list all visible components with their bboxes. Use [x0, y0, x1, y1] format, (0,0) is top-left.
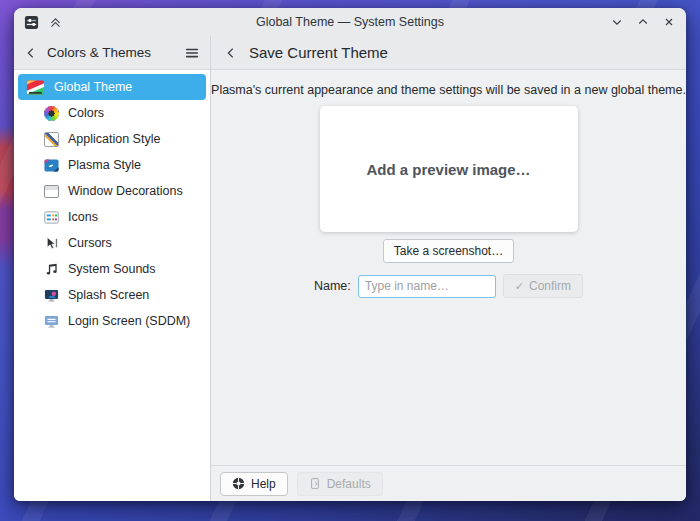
sidebar: Colors & Themes Global Theme Colors: [14, 36, 211, 501]
sidebar-item-application-style[interactable]: Application Style: [18, 126, 206, 152]
help-button-label: Help: [251, 477, 276, 491]
description-text: Plasma's current appearance and theme se…: [211, 83, 686, 97]
close-button[interactable]: [662, 15, 676, 29]
sidebar-item-label: Plasma Style: [68, 158, 141, 172]
login-screen-icon: [44, 312, 59, 331]
sidebar-back-icon[interactable]: [24, 46, 38, 60]
sidebar-title: Colors & Themes: [47, 45, 151, 60]
theme-name-input[interactable]: [358, 275, 496, 298]
sidebar-item-label: Application Style: [68, 132, 160, 146]
help-icon: [232, 477, 245, 490]
app-icon: [24, 15, 39, 30]
footer: Help Defaults: [211, 465, 686, 501]
colors-icon: [44, 104, 59, 123]
minimize-button[interactable]: [610, 15, 624, 29]
sidebar-item-global-theme[interactable]: Global Theme: [18, 74, 206, 100]
sidebar-item-label: Window Decorations: [68, 184, 183, 198]
system-settings-window: Global Theme — System Settings: [14, 8, 686, 501]
help-button[interactable]: Help: [220, 472, 288, 496]
sidebar-item-label: Colors: [68, 106, 104, 120]
sidebar-item-window-decorations[interactable]: Window Decorations: [18, 178, 206, 204]
main-content: Plasma's current appearance and theme se…: [211, 70, 686, 465]
defaults-button-label: Defaults: [327, 477, 371, 491]
main-panel: Save Current Theme Plasma's current appe…: [211, 36, 686, 501]
sidebar-item-icons[interactable]: Icons: [18, 204, 206, 230]
preview-placeholder-text: Add a preview image…: [366, 161, 530, 178]
icons-icon: [44, 208, 59, 227]
sidebar-list: Global Theme Colors Application Style Pl…: [14, 70, 210, 334]
name-row: Name: ✓ Confirm: [314, 274, 583, 298]
name-label: Name:: [314, 279, 351, 293]
confirm-button-label: Confirm: [529, 279, 571, 293]
global-theme-icon: [26, 78, 45, 97]
defaults-icon: [309, 477, 321, 490]
sidebar-item-colors[interactable]: Colors: [18, 100, 206, 126]
page-title: Save Current Theme: [249, 44, 388, 61]
sidebar-item-cursors[interactable]: Cursors: [18, 230, 206, 256]
maximize-button[interactable]: [636, 15, 650, 29]
main-header: Save Current Theme: [211, 36, 686, 70]
window-decorations-icon: [44, 182, 59, 201]
application-style-icon: [44, 130, 59, 149]
splash-screen-icon: [44, 286, 59, 305]
system-sounds-icon: [44, 260, 59, 279]
titlebar[interactable]: Global Theme — System Settings: [14, 8, 686, 36]
main-back-icon[interactable]: [224, 46, 238, 60]
sidebar-item-splash-screen[interactable]: Splash Screen: [18, 282, 206, 308]
keep-above-icon[interactable]: [48, 15, 62, 29]
hamburger-menu-icon[interactable]: [184, 46, 200, 60]
sidebar-item-label: Global Theme: [54, 80, 132, 94]
defaults-button[interactable]: Defaults: [297, 472, 383, 496]
take-screenshot-button[interactable]: Take a screenshot…: [383, 239, 514, 263]
cursors-icon: [44, 234, 59, 253]
sidebar-item-label: System Sounds: [68, 262, 156, 276]
sidebar-item-login-screen[interactable]: Login Screen (SDDM): [18, 308, 206, 334]
sidebar-header: Colors & Themes: [14, 36, 210, 70]
sidebar-item-plasma-style[interactable]: Plasma Style: [18, 152, 206, 178]
confirm-button[interactable]: ✓ Confirm: [503, 274, 583, 298]
window-title: Global Theme — System Settings: [14, 15, 686, 29]
preview-image-dropzone[interactable]: Add a preview image…: [320, 106, 578, 232]
plasma-style-icon: [44, 156, 59, 175]
sidebar-item-label: Icons: [68, 210, 98, 224]
sidebar-item-label: Splash Screen: [68, 288, 149, 302]
sidebar-item-system-sounds[interactable]: System Sounds: [18, 256, 206, 282]
sidebar-item-label: Cursors: [68, 236, 112, 250]
sidebar-item-label: Login Screen (SDDM): [68, 314, 190, 328]
checkmark-icon: ✓: [515, 280, 524, 293]
